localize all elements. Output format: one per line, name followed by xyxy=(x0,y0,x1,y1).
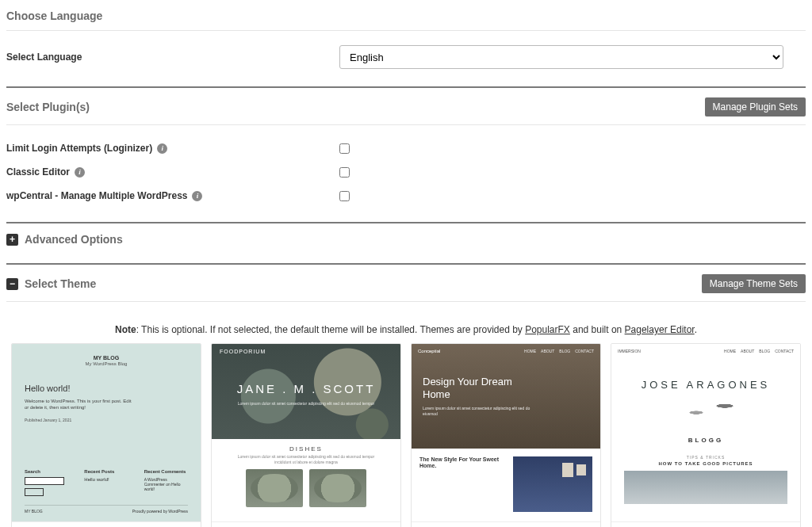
advanced-options-label: Advanced Options xyxy=(25,233,123,246)
preview-search-h: Search xyxy=(25,469,68,474)
preview-photo xyxy=(624,471,787,504)
info-icon[interactable]: i xyxy=(157,143,167,154)
select-theme-title[interactable]: − Select Theme xyxy=(6,277,96,290)
preview-tagline: My WordPress Blog xyxy=(25,361,188,366)
preview-recent-h: Recent Posts xyxy=(84,469,128,474)
theme-footer: Conceptial xyxy=(412,521,600,527)
preview-search-btn xyxy=(25,488,44,496)
plugin-row: wpCentral - Manage Multiple WordPress i xyxy=(6,184,806,208)
theme-footer: Immersion xyxy=(611,521,800,527)
info-icon[interactable]: i xyxy=(75,167,85,178)
theme-note: Note: This is optional. If not selected,… xyxy=(6,313,806,343)
preview-lower-image xyxy=(513,456,592,512)
plugin-checkbox-loginizer[interactable] xyxy=(339,143,350,154)
preview-tips: TIPS & TRICKS xyxy=(611,455,800,460)
language-select[interactable]: English xyxy=(339,45,783,69)
select-plugins-header: Select Plugin(s) Manage Plugin Sets xyxy=(6,97,806,125)
select-theme-header: − Select Theme Manage Theme Sets xyxy=(6,274,806,302)
preview-sub: Lorem ipsum dolor sit amet consectetur a… xyxy=(212,401,400,407)
theme-note-text2: and built on xyxy=(570,324,625,335)
plugin-row: Limit Login Attempts (Loginizer) i xyxy=(6,136,806,160)
choose-language-section: Choose Language Select Language English xyxy=(6,0,806,86)
preview-dishes-text: Lorem ipsum dolor sit amet consectetur a… xyxy=(212,454,400,469)
advanced-options-section: + Advanced Options xyxy=(6,222,806,263)
info-icon[interactable]: i xyxy=(192,191,202,201)
theme-card-twenty-twenty-one[interactable]: MY BLOG My WordPress Blog Hello world! W… xyxy=(11,343,201,527)
preview-lower-text: The New Style For Your Sweet Home. xyxy=(419,456,507,512)
theme-preview: MY BLOG My WordPress Blog Hello world! W… xyxy=(12,344,201,521)
manage-theme-sets-button[interactable]: Manage Theme Sets xyxy=(702,274,806,293)
plugin-label: Classic Editor i xyxy=(6,166,339,178)
theme-card-foodporium[interactable]: FOODPORIUM JANE . M . SCOTT Lorem ipsum … xyxy=(211,343,401,527)
preview-text: Welcome to WordPress. This is your first… xyxy=(25,398,136,411)
advanced-options-header[interactable]: + Advanced Options xyxy=(6,233,806,254)
preview-brand: Conceptial xyxy=(418,349,440,353)
pagelayer-link[interactable]: Pagelayer Editor xyxy=(625,324,695,335)
advanced-options-title: + Advanced Options xyxy=(6,233,123,246)
preview-plate-image xyxy=(309,469,366,507)
minus-icon: − xyxy=(6,278,18,290)
preview-name: JANE . M . SCOTT xyxy=(212,382,400,395)
theme-footer: Foodporium xyxy=(212,521,400,527)
preview-logo: MY BLOG xyxy=(25,355,188,361)
theme-footer: Twenty Twenty-One Default WordPress Them… xyxy=(12,521,201,527)
select-plugins-title: Select Plugin(s) xyxy=(6,101,90,113)
plugin-row: Classic Editor i xyxy=(6,160,806,184)
plus-icon: + xyxy=(6,234,18,246)
theme-preview: FOODPORIUM JANE . M . SCOTT Lorem ipsum … xyxy=(212,344,400,521)
theme-note-text: : This is optional. If not selected, the… xyxy=(136,324,526,335)
preview-meta: Published January 1, 2021 xyxy=(25,418,188,422)
theme-note-bold: Note xyxy=(115,324,136,335)
manage-plugin-sets-button[interactable]: Manage Plugin Sets xyxy=(705,97,806,116)
plugin-checkbox-classic-editor[interactable] xyxy=(339,167,350,178)
plugin-label-text: wpCentral - Manage Multiple WordPress xyxy=(6,190,187,201)
choose-language-title: Choose Language xyxy=(6,10,102,22)
plugin-label: wpCentral - Manage Multiple WordPress i xyxy=(6,190,339,201)
select-plugins-section: Select Plugin(s) Manage Plugin Sets Limi… xyxy=(6,86,806,222)
preview-brand: IMMERSION xyxy=(618,349,641,353)
preview-footer-left: MY BLOG xyxy=(25,509,43,514)
preview-dishes: DISHES xyxy=(212,439,400,454)
plugin-checkbox-wpcentral[interactable] xyxy=(339,191,350,201)
plugin-label-text: Limit Login Attempts (Loginizer) xyxy=(6,143,152,154)
theme-preview: IMMERSION HOMEABOUTBLOGCONTACT JOSE ARAG… xyxy=(611,344,800,521)
plugin-list: Limit Login Attempts (Loginizer) i Class… xyxy=(6,136,806,208)
preview-heading: Design Your Dream Home xyxy=(423,376,526,400)
preview-nav: HOMEABOUTBLOGCONTACT xyxy=(524,349,594,353)
preview-comments-item: A WordPress Commenter on Hello world! xyxy=(144,477,188,491)
language-label: Select Language xyxy=(6,52,339,63)
preview-plate-image xyxy=(246,469,303,507)
preview-search-box xyxy=(25,477,64,485)
theme-grid: MY BLOG My WordPress Blog Hello world! W… xyxy=(6,343,806,527)
preview-subheading: Lorem ipsum dolor sit amet consectetur a… xyxy=(423,406,534,416)
theme-card-conceptial[interactable]: Conceptial HOMEABOUTBLOGCONTACT Design Y… xyxy=(411,343,601,527)
language-row: Select Language English xyxy=(6,42,806,72)
preview-comments-h: Recent Comments xyxy=(144,469,188,474)
preview-recent-item: Hello world! xyxy=(84,477,128,482)
select-theme-label: Select Theme xyxy=(25,277,96,290)
select-theme-section: − Select Theme Manage Theme Sets Note: T… xyxy=(6,263,806,527)
popularfx-link[interactable]: PopularFX xyxy=(525,324,570,335)
choose-language-header: Choose Language xyxy=(6,10,806,31)
preview-name: JOSE ARAGONES xyxy=(611,379,800,391)
preview-swoosh-image xyxy=(658,397,753,419)
preview-footer-right: Proudly powered by WordPress xyxy=(132,509,188,514)
plugin-label-text: Classic Editor xyxy=(6,166,70,178)
preview-heading: Hello world! xyxy=(25,384,188,393)
preview-blogg: BLOGG xyxy=(611,437,800,444)
theme-preview: Conceptial HOMEABOUTBLOGCONTACT Design Y… xyxy=(412,344,600,521)
theme-card-immersion[interactable]: IMMERSION HOMEABOUTBLOGCONTACT JOSE ARAG… xyxy=(611,343,801,527)
plugin-label: Limit Login Attempts (Loginizer) i xyxy=(6,143,339,154)
preview-tips2: HOW TO TAKE GOOD PICTURES xyxy=(611,461,800,466)
preview-brand: FOODPORIUM xyxy=(220,349,266,354)
